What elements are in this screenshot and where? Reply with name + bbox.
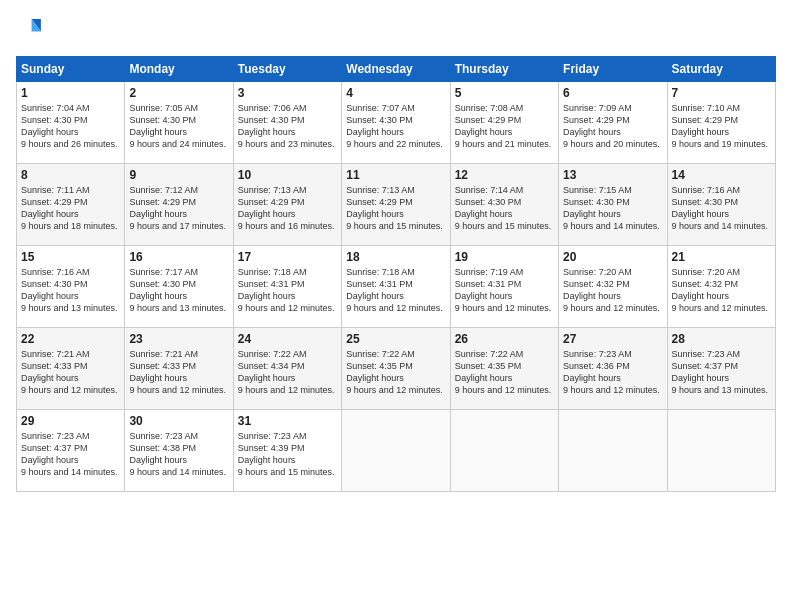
cell-text: Sunrise: 7:13 AMSunset: 4:29 PMDaylight … — [346, 185, 443, 231]
day-cell-26: 26Sunrise: 7:22 AMSunset: 4:35 PMDayligh… — [450, 328, 558, 410]
day-cell-16: 16Sunrise: 7:17 AMSunset: 4:30 PMDayligh… — [125, 246, 233, 328]
day-number: 28 — [672, 332, 771, 346]
cell-text: Sunrise: 7:23 AMSunset: 4:39 PMDaylight … — [238, 431, 335, 477]
th-saturday: Saturday — [667, 57, 775, 82]
day-cell-12: 12Sunrise: 7:14 AMSunset: 4:30 PMDayligh… — [450, 164, 558, 246]
day-cell-7: 7Sunrise: 7:10 AMSunset: 4:29 PMDaylight… — [667, 82, 775, 164]
day-cell-27: 27Sunrise: 7:23 AMSunset: 4:36 PMDayligh… — [559, 328, 667, 410]
cell-text: Sunrise: 7:05 AMSunset: 4:30 PMDaylight … — [129, 103, 226, 149]
day-cell-8: 8Sunrise: 7:11 AMSunset: 4:29 PMDaylight… — [17, 164, 125, 246]
day-cell-25: 25Sunrise: 7:22 AMSunset: 4:35 PMDayligh… — [342, 328, 450, 410]
day-cell-19: 19Sunrise: 7:19 AMSunset: 4:31 PMDayligh… — [450, 246, 558, 328]
week-row-1: 1Sunrise: 7:04 AMSunset: 4:30 PMDaylight… — [17, 82, 776, 164]
header-row: Sunday Monday Tuesday Wednesday Thursday… — [17, 57, 776, 82]
day-cell-11: 11Sunrise: 7:13 AMSunset: 4:29 PMDayligh… — [342, 164, 450, 246]
calendar-table: Sunday Monday Tuesday Wednesday Thursday… — [16, 56, 776, 492]
day-number: 8 — [21, 168, 120, 182]
cell-text: Sunrise: 7:22 AMSunset: 4:35 PMDaylight … — [455, 349, 552, 395]
day-number: 13 — [563, 168, 662, 182]
day-number: 29 — [21, 414, 120, 428]
day-number: 12 — [455, 168, 554, 182]
day-cell-6: 6Sunrise: 7:09 AMSunset: 4:29 PMDaylight… — [559, 82, 667, 164]
day-cell-28: 28Sunrise: 7:23 AMSunset: 4:37 PMDayligh… — [667, 328, 775, 410]
cell-text: Sunrise: 7:07 AMSunset: 4:30 PMDaylight … — [346, 103, 443, 149]
day-number: 15 — [21, 250, 120, 264]
cell-text: Sunrise: 7:23 AMSunset: 4:37 PMDaylight … — [21, 431, 118, 477]
th-friday: Friday — [559, 57, 667, 82]
cell-text: Sunrise: 7:20 AMSunset: 4:32 PMDaylight … — [672, 267, 769, 313]
cell-text: Sunrise: 7:23 AMSunset: 4:36 PMDaylight … — [563, 349, 660, 395]
day-cell-14: 14Sunrise: 7:16 AMSunset: 4:30 PMDayligh… — [667, 164, 775, 246]
day-number: 24 — [238, 332, 337, 346]
cell-text: Sunrise: 7:06 AMSunset: 4:30 PMDaylight … — [238, 103, 335, 149]
day-number: 6 — [563, 86, 662, 100]
day-cell-29: 29Sunrise: 7:23 AMSunset: 4:37 PMDayligh… — [17, 410, 125, 492]
cell-text: Sunrise: 7:04 AMSunset: 4:30 PMDaylight … — [21, 103, 118, 149]
day-number: 3 — [238, 86, 337, 100]
day-number: 9 — [129, 168, 228, 182]
day-cell-30: 30Sunrise: 7:23 AMSunset: 4:38 PMDayligh… — [125, 410, 233, 492]
cell-text: Sunrise: 7:09 AMSunset: 4:29 PMDaylight … — [563, 103, 660, 149]
cell-text: Sunrise: 7:22 AMSunset: 4:35 PMDaylight … — [346, 349, 443, 395]
day-cell-23: 23Sunrise: 7:21 AMSunset: 4:33 PMDayligh… — [125, 328, 233, 410]
day-cell-18: 18Sunrise: 7:18 AMSunset: 4:31 PMDayligh… — [342, 246, 450, 328]
cell-text: Sunrise: 7:19 AMSunset: 4:31 PMDaylight … — [455, 267, 552, 313]
cell-text: Sunrise: 7:16 AMSunset: 4:30 PMDaylight … — [672, 185, 769, 231]
week-row-3: 15Sunrise: 7:16 AMSunset: 4:30 PMDayligh… — [17, 246, 776, 328]
day-number: 18 — [346, 250, 445, 264]
day-number: 7 — [672, 86, 771, 100]
week-row-4: 22Sunrise: 7:21 AMSunset: 4:33 PMDayligh… — [17, 328, 776, 410]
day-cell-2: 2Sunrise: 7:05 AMSunset: 4:30 PMDaylight… — [125, 82, 233, 164]
day-number: 26 — [455, 332, 554, 346]
page: Sunday Monday Tuesday Wednesday Thursday… — [0, 0, 792, 612]
day-number: 22 — [21, 332, 120, 346]
cell-text: Sunrise: 7:08 AMSunset: 4:29 PMDaylight … — [455, 103, 552, 149]
cell-text: Sunrise: 7:10 AMSunset: 4:29 PMDaylight … — [672, 103, 769, 149]
cell-text: Sunrise: 7:16 AMSunset: 4:30 PMDaylight … — [21, 267, 118, 313]
day-cell-17: 17Sunrise: 7:18 AMSunset: 4:31 PMDayligh… — [233, 246, 341, 328]
day-cell-15: 15Sunrise: 7:16 AMSunset: 4:30 PMDayligh… — [17, 246, 125, 328]
day-cell-31: 31Sunrise: 7:23 AMSunset: 4:39 PMDayligh… — [233, 410, 341, 492]
day-number: 1 — [21, 86, 120, 100]
empty-cell — [342, 410, 450, 492]
day-number: 16 — [129, 250, 228, 264]
logo — [16, 16, 48, 44]
empty-cell — [450, 410, 558, 492]
cell-text: Sunrise: 7:15 AMSunset: 4:30 PMDaylight … — [563, 185, 660, 231]
empty-cell — [667, 410, 775, 492]
th-sunday: Sunday — [17, 57, 125, 82]
cell-text: Sunrise: 7:14 AMSunset: 4:30 PMDaylight … — [455, 185, 552, 231]
week-row-2: 8Sunrise: 7:11 AMSunset: 4:29 PMDaylight… — [17, 164, 776, 246]
day-cell-21: 21Sunrise: 7:20 AMSunset: 4:32 PMDayligh… — [667, 246, 775, 328]
day-number: 30 — [129, 414, 228, 428]
cell-text: Sunrise: 7:18 AMSunset: 4:31 PMDaylight … — [346, 267, 443, 313]
cell-text: Sunrise: 7:23 AMSunset: 4:38 PMDaylight … — [129, 431, 226, 477]
day-number: 21 — [672, 250, 771, 264]
cell-text: Sunrise: 7:17 AMSunset: 4:30 PMDaylight … — [129, 267, 226, 313]
day-cell-24: 24Sunrise: 7:22 AMSunset: 4:34 PMDayligh… — [233, 328, 341, 410]
day-cell-13: 13Sunrise: 7:15 AMSunset: 4:30 PMDayligh… — [559, 164, 667, 246]
cell-text: Sunrise: 7:12 AMSunset: 4:29 PMDaylight … — [129, 185, 226, 231]
day-number: 17 — [238, 250, 337, 264]
cell-text: Sunrise: 7:18 AMSunset: 4:31 PMDaylight … — [238, 267, 335, 313]
th-wednesday: Wednesday — [342, 57, 450, 82]
th-thursday: Thursday — [450, 57, 558, 82]
day-cell-1: 1Sunrise: 7:04 AMSunset: 4:30 PMDaylight… — [17, 82, 125, 164]
th-tuesday: Tuesday — [233, 57, 341, 82]
day-number: 4 — [346, 86, 445, 100]
day-number: 20 — [563, 250, 662, 264]
cell-text: Sunrise: 7:20 AMSunset: 4:32 PMDaylight … — [563, 267, 660, 313]
day-cell-4: 4Sunrise: 7:07 AMSunset: 4:30 PMDaylight… — [342, 82, 450, 164]
cell-text: Sunrise: 7:21 AMSunset: 4:33 PMDaylight … — [21, 349, 118, 395]
cell-text: Sunrise: 7:11 AMSunset: 4:29 PMDaylight … — [21, 185, 118, 231]
cell-text: Sunrise: 7:21 AMSunset: 4:33 PMDaylight … — [129, 349, 226, 395]
header — [16, 16, 776, 44]
cell-text: Sunrise: 7:22 AMSunset: 4:34 PMDaylight … — [238, 349, 335, 395]
empty-cell — [559, 410, 667, 492]
day-number: 5 — [455, 86, 554, 100]
day-number: 11 — [346, 168, 445, 182]
day-number: 19 — [455, 250, 554, 264]
day-number: 31 — [238, 414, 337, 428]
day-number: 27 — [563, 332, 662, 346]
day-cell-9: 9Sunrise: 7:12 AMSunset: 4:29 PMDaylight… — [125, 164, 233, 246]
